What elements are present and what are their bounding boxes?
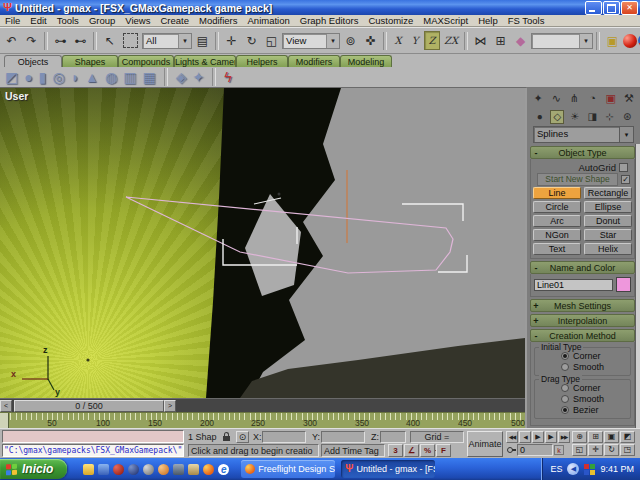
- box-icon[interactable]: ◩: [5, 69, 18, 85]
- shape-category-combo[interactable]: Splines ▾: [533, 126, 634, 143]
- pivot-center-icon[interactable]: ⊚: [341, 31, 360, 50]
- object-type-header[interactable]: - Object Type: [530, 146, 635, 159]
- mesh-settings-header[interactable]: + Mesh Settings: [530, 299, 635, 312]
- region-zoom-icon[interactable]: ◱: [572, 444, 587, 456]
- collapse-icon[interactable]: -: [531, 148, 541, 158]
- ik-bone-icon[interactable]: ϟ: [224, 69, 231, 85]
- menu-edit[interactable]: Edit: [25, 15, 51, 26]
- cameras-category-icon[interactable]: ◨: [585, 110, 599, 124]
- systems-category-icon[interactable]: ⊛: [620, 110, 634, 124]
- helpers-category-icon[interactable]: ⊹: [603, 110, 617, 124]
- maxscript-listener-white[interactable]: "C:\gmax\gamepacks\FSX_GMaxGamepack\": [2, 444, 184, 457]
- zoom-all-icon[interactable]: ⊞: [588, 431, 603, 443]
- move-icon[interactable]: ✛: [222, 31, 241, 50]
- line-button[interactable]: Line: [533, 187, 581, 199]
- start-new-shape-checkbox[interactable]: ✓: [621, 175, 630, 184]
- radio-icon[interactable]: [561, 395, 569, 403]
- menu-graph-editors[interactable]: Graph Editors: [295, 15, 364, 26]
- menu-create[interactable]: Create: [155, 15, 194, 26]
- geometry-category-icon[interactable]: ●: [533, 110, 547, 124]
- tab-modeling[interactable]: Modeling: [340, 55, 392, 67]
- collapse-icon[interactable]: -: [531, 263, 541, 273]
- tab-shapes[interactable]: Shapes: [62, 55, 118, 67]
- document-icon[interactable]: [98, 464, 109, 475]
- hide-tray-icons-button[interactable]: ◀: [567, 463, 579, 475]
- previous-frame-icon[interactable]: ◀: [519, 431, 531, 443]
- select-by-name-icon[interactable]: ▤: [193, 31, 212, 50]
- redo-icon[interactable]: ↷: [22, 31, 41, 50]
- teapot-icon[interactable]: ◗: [71, 69, 79, 85]
- star-button[interactable]: Star: [584, 229, 632, 241]
- radio-icon[interactable]: [561, 363, 569, 371]
- radio-icon[interactable]: [561, 352, 569, 360]
- panel-scrollbar[interactable]: [635, 144, 640, 428]
- media-player-icon[interactable]: [143, 464, 154, 475]
- display-tab-icon[interactable]: ▣: [603, 90, 619, 106]
- unlink-selection-icon[interactable]: ⊷: [71, 31, 90, 50]
- snap-3d-icon[interactable]: 3: [388, 444, 403, 457]
- track-bar-frame-marker[interactable]: [0, 413, 9, 428]
- z-coord-field[interactable]: [380, 431, 406, 443]
- winamp-icon[interactable]: [158, 464, 169, 475]
- menu-modifiers[interactable]: Modifiers: [194, 15, 243, 26]
- helix-button[interactable]: Helix: [584, 243, 632, 255]
- text-button[interactable]: Text: [533, 243, 581, 255]
- restrict-x-button[interactable]: X: [390, 31, 406, 50]
- interpolation-header[interactable]: + Interpolation: [530, 314, 635, 327]
- restrict-z-button[interactable]: Z: [424, 31, 440, 50]
- task-gmax[interactable]: Ψ Untitled - gmax - [FS...: [341, 460, 435, 478]
- track-bar[interactable]: 50 100 150 200 250 300 350 400 450 500: [0, 412, 525, 428]
- hierarchy-tab-icon[interactable]: ⋔: [566, 90, 582, 106]
- frame-back-button[interactable]: <: [0, 400, 12, 412]
- utilities-tab-icon[interactable]: ⚒: [621, 90, 637, 106]
- viewport-label[interactable]: User: [5, 90, 28, 102]
- chevron-down-icon[interactable]: ▾: [326, 34, 339, 48]
- cylinder-icon[interactable]: ▮: [39, 69, 47, 85]
- tab-lights-cameras[interactable]: Lights & Cameras: [174, 55, 236, 67]
- select-object-icon[interactable]: ↖: [100, 31, 119, 50]
- undo-icon[interactable]: ↶: [2, 31, 21, 50]
- restrict-y-button[interactable]: Y: [407, 31, 423, 50]
- arc-button[interactable]: Arc: [533, 215, 581, 227]
- key-filter-icon[interactable]: k: [554, 445, 564, 455]
- next-frame-icon[interactable]: ▶: [545, 431, 557, 443]
- chevron-down-icon[interactable]: ▾: [619, 127, 633, 142]
- rectangle-button[interactable]: Rectangle: [584, 187, 632, 199]
- current-frame-field[interactable]: 0: [517, 444, 553, 456]
- frame-forward-button[interactable]: >: [164, 400, 176, 412]
- radio-icon[interactable]: [561, 406, 569, 414]
- menu-file[interactable]: File: [0, 15, 25, 26]
- lights-category-icon[interactable]: ☀: [568, 110, 582, 124]
- zoom-extents-icon[interactable]: ▣: [604, 431, 619, 443]
- menu-group[interactable]: Group: [84, 15, 120, 26]
- time-slider[interactable]: 0 / 500: [14, 400, 164, 412]
- collapse-icon[interactable]: -: [531, 331, 541, 341]
- ngon-button[interactable]: NGon: [533, 229, 581, 241]
- absolute-mode-button[interactable]: ⊙: [236, 431, 249, 443]
- material-editor-icon[interactable]: [623, 34, 637, 48]
- expand-icon[interactable]: +: [531, 316, 541, 326]
- ellipse-button[interactable]: Ellipse: [584, 201, 632, 213]
- key-mode-icon[interactable]: [506, 444, 516, 456]
- start-button[interactable]: Inicio: [0, 459, 67, 479]
- track-view-icon[interactable]: ▣: [603, 31, 622, 50]
- x-coord-field[interactable]: [262, 431, 306, 443]
- tab-helpers[interactable]: Helpers: [236, 55, 288, 67]
- globe-icon[interactable]: [128, 464, 139, 475]
- name-color-header[interactable]: - Name and Color: [530, 261, 635, 274]
- arc-rotate-icon[interactable]: ↻: [604, 444, 619, 456]
- selection-lock-button[interactable]: [220, 431, 233, 443]
- reference-coord-combo[interactable]: View ▾: [282, 33, 340, 49]
- drag-bezier-option[interactable]: Bezier: [535, 404, 630, 415]
- spinner-snap-icon[interactable]: F: [436, 444, 451, 457]
- array-icon[interactable]: ⊞: [491, 31, 510, 50]
- create-tab-icon[interactable]: ✦: [530, 90, 546, 106]
- geosphere-icon[interactable]: ◍: [105, 69, 117, 85]
- circle-button[interactable]: Circle: [533, 201, 581, 213]
- y-coord-field[interactable]: [321, 431, 365, 443]
- close-button[interactable]: ✕: [621, 1, 638, 15]
- zoom-extents-all-icon[interactable]: ◩: [620, 431, 635, 443]
- torus-icon[interactable]: ◎: [52, 69, 64, 85]
- object-color-swatch[interactable]: [616, 277, 631, 292]
- chevron-down-icon[interactable]: ▾: [579, 34, 592, 48]
